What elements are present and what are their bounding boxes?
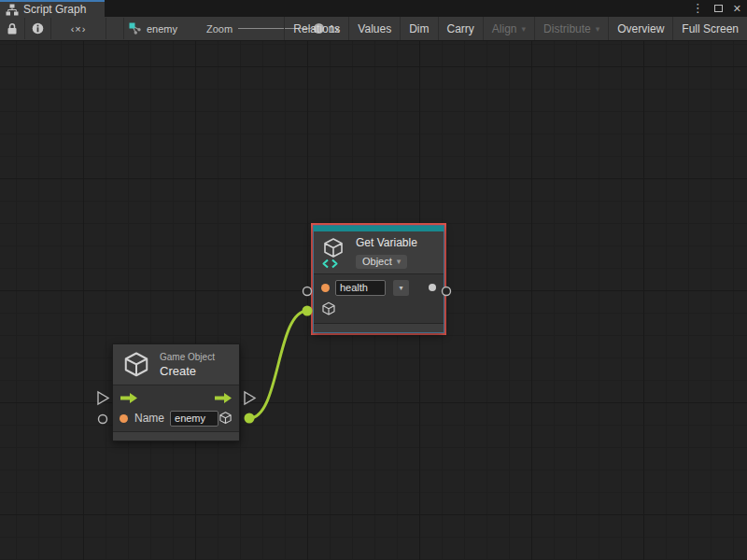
node-footer (314, 323, 444, 332)
variable-picker-dropdown[interactable]: ▾ (393, 280, 409, 296)
graph-toolbar: ‹×› enemy Zoom 1x Relations Values Dim C… (0, 17, 747, 41)
tab-title: Script Graph (23, 3, 86, 16)
getvar-object-input-port-connected[interactable] (303, 306, 313, 316)
node-footer (113, 431, 239, 441)
string-port-icon[interactable] (120, 414, 128, 423)
name-value-input[interactable] (170, 411, 218, 427)
graph-icon (129, 22, 141, 35)
variable-name-input[interactable] (335, 280, 386, 296)
code-icon: ‹×› (71, 23, 87, 35)
object-port-icon[interactable] (321, 301, 336, 316)
getvar-value-output-port[interactable] (443, 287, 451, 296)
name-port-label: Name (134, 412, 164, 425)
getvar-node-header[interactable]: Get Variable Object ▾ (314, 231, 444, 274)
node-game-object-create[interactable]: Game Object Create Name (112, 343, 240, 441)
create-name-input-port[interactable] (99, 415, 107, 424)
zoom-label: Zoom (204, 17, 235, 40)
value-output-port-icon[interactable] (429, 284, 436, 291)
distribute-label: Distribute (543, 22, 591, 35)
hierarchy-icon (6, 4, 19, 16)
flow-output-arrow-icon[interactable] (214, 392, 233, 404)
dim-label: Dim (409, 22, 429, 35)
node-get-variable[interactable]: Get Variable Object ▾ ▾ (313, 225, 444, 333)
getvar-name-input-port[interactable] (303, 287, 312, 296)
selection-outline: Get Variable Object ▾ ▾ (311, 223, 446, 335)
carry-button[interactable]: Carry (438, 17, 483, 40)
distribute-button: Distribute ▾ (534, 17, 608, 40)
variable-name-row: ▾ (321, 278, 436, 297)
code-brackets-icon (321, 258, 339, 270)
node-title: Create (160, 364, 215, 378)
values-button[interactable]: Values (348, 17, 400, 40)
relations-button[interactable]: Relations (284, 17, 348, 40)
lock-icon (7, 22, 18, 35)
variable-scope-dropdown[interactable]: Object ▾ (356, 255, 407, 269)
breadcrumb[interactable]: enemy (129, 17, 196, 40)
string-port-icon[interactable] (321, 284, 330, 292)
object-port-row (321, 299, 436, 319)
name-input-row: Name (113, 408, 239, 428)
create-gameobject-output-port-connected[interactable] (245, 413, 255, 424)
chevron-down-icon: ▾ (399, 284, 402, 292)
window-close-icon[interactable]: ✕ (733, 0, 741, 17)
relations-label: Relations (293, 22, 340, 35)
node-category: Game Object (160, 352, 215, 362)
info-icon (32, 22, 44, 35)
lock-button[interactable] (0, 17, 24, 40)
carry-label: Carry (447, 22, 474, 35)
window-tab-bar: Script Graph ⋮ ✕ (0, 0, 747, 17)
values-label: Values (358, 22, 391, 35)
dim-button[interactable]: Dim (400, 17, 437, 40)
control-flow-row (113, 387, 239, 408)
align-button: Align ▾ (483, 17, 534, 40)
flow-input-arrow-icon[interactable] (120, 392, 138, 404)
code-view-button[interactable]: ‹×› (51, 17, 106, 40)
window-menu-icon[interactable]: ⋮ (692, 0, 704, 17)
graph-canvas[interactable]: Game Object Create Name (0, 41, 747, 560)
node-title: Get Variable (356, 236, 417, 249)
variable-scope-value: Object (362, 256, 392, 267)
create-node-header[interactable]: Game Object Create (113, 344, 239, 385)
fullscreen-label: Full Screen (682, 22, 739, 35)
chevron-down-icon: ▾ (522, 24, 527, 34)
overview-label: Overview (617, 22, 664, 35)
info-button[interactable] (25, 17, 50, 40)
game-object-cube-icon (122, 351, 150, 379)
breadcrumb-graph-name: enemy (147, 23, 177, 35)
fullscreen-button[interactable]: Full Screen (672, 17, 747, 40)
cube-icon (322, 237, 345, 259)
align-label: Align (492, 22, 517, 35)
variable-icon (321, 237, 347, 269)
overview-button[interactable]: Overview (608, 17, 672, 40)
game-object-output-icon[interactable] (218, 411, 233, 426)
chevron-down-icon: ▾ (397, 257, 402, 266)
chevron-down-icon: ▾ (596, 24, 600, 34)
tab-script-graph[interactable]: Script Graph (0, 0, 105, 17)
window-maximize-icon[interactable] (714, 5, 723, 12)
